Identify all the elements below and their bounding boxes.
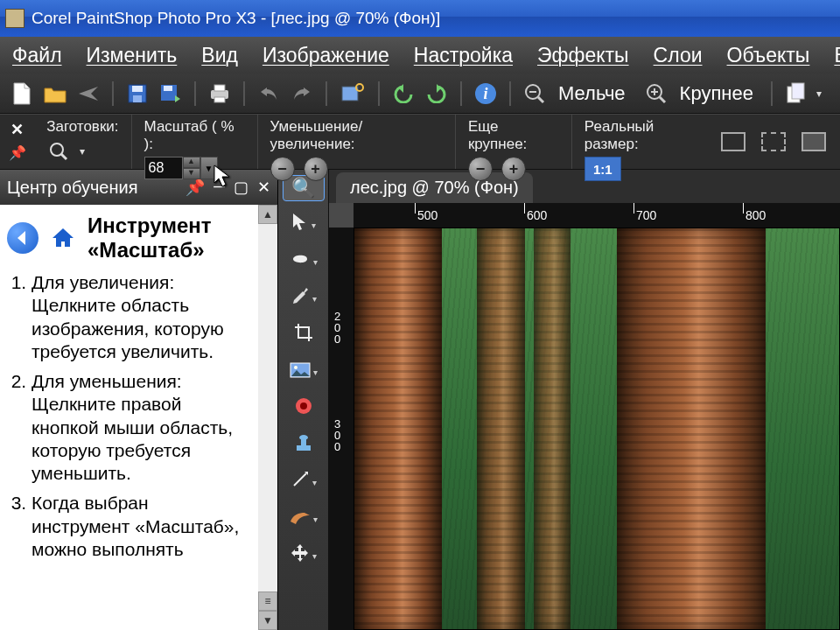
list-item: Когда выбран инструмент «Масштаб», можно…	[32, 492, 251, 561]
pointer-tool[interactable]: ▾	[283, 212, 325, 238]
clone-tool[interactable]	[283, 432, 325, 458]
separator	[326, 81, 327, 106]
svg-text:i: i	[483, 85, 487, 102]
move-tool[interactable]: ▾	[283, 542, 325, 569]
svg-point-29	[299, 435, 308, 440]
panel-pin-button[interactable]: 📌	[186, 178, 205, 197]
brush-tool[interactable]: ▾	[283, 506, 325, 532]
save-as-button[interactable]	[158, 80, 184, 107]
scroll-down-icon[interactable]: ▼	[258, 611, 277, 630]
undo-button[interactable]	[256, 80, 282, 107]
panel-title: Центр обучения	[7, 178, 138, 198]
presets-group: Заготовки: ▾	[34, 115, 131, 169]
svg-point-21	[51, 144, 63, 156]
scale-label: Масштаб ( % ):	[144, 118, 245, 153]
svg-rect-2	[133, 95, 142, 102]
zoom-out-button[interactable]	[522, 80, 548, 107]
presets-dropdown-icon[interactable]: ▾	[80, 145, 85, 158]
redo-button[interactable]	[289, 80, 315, 107]
menu-layers[interactable]: Слои	[654, 44, 703, 67]
menu-objects[interactable]: Объекты	[727, 44, 810, 67]
print-button[interactable]	[206, 80, 233, 107]
svg-line-16	[660, 97, 665, 102]
scale-group: Масштаб ( % ): ▲ ▼ ▼	[132, 115, 258, 169]
enhance-button[interactable]	[338, 80, 368, 107]
retouch-tool[interactable]: ▾	[283, 469, 325, 495]
instruction-list: Для увеличения: Щелкните область изображ…	[7, 271, 251, 561]
new-button[interactable]	[9, 80, 35, 107]
back-button[interactable]	[7, 222, 38, 254]
canvas-image[interactable]	[354, 228, 840, 630]
zoom-out-label[interactable]: Мельче	[558, 82, 626, 105]
zoom-group: Уменьшение/увеличение: − +	[258, 115, 456, 169]
zoom-out-small-button[interactable]: −	[270, 157, 295, 181]
scale-input[interactable]	[144, 157, 183, 179]
scroll-grip-icon[interactable]: ≡	[258, 592, 277, 611]
zoom-in-label[interactable]: Крупнее	[680, 82, 753, 105]
menu-effects[interactable]: Эффекты	[537, 44, 629, 67]
dropdown-icon[interactable]: ▾	[816, 88, 822, 100]
pin-options-button[interactable]: 📌	[9, 144, 26, 161]
scale-dropdown[interactable]: ▼	[200, 157, 218, 179]
list-item: Для увеличения: Щелкните область изображ…	[32, 271, 251, 363]
zoom-in-small-button[interactable]: +	[304, 157, 328, 181]
panel-scrollbar[interactable]: ▲ ≡ ▼	[258, 205, 277, 630]
home-button[interactable]	[47, 222, 79, 254]
svg-line-22	[61, 154, 66, 159]
save-button[interactable]	[124, 80, 150, 107]
actual-size-button[interactable]: 1:1	[584, 157, 621, 181]
menu-adjust[interactable]: Настройка	[414, 44, 513, 67]
redeye-tool[interactable]	[283, 396, 325, 422]
menu-bar: Файл Изменить Вид Изображение Настройка …	[0, 37, 840, 74]
panel-close-button[interactable]: ✕	[257, 178, 270, 197]
rotate-right-button[interactable]	[424, 80, 450, 107]
menu-file[interactable]: Файл	[12, 44, 62, 67]
svg-point-24	[294, 366, 298, 369]
dropper-icon	[290, 286, 310, 311]
menu-view[interactable]: Вид	[201, 44, 238, 67]
scroll-track[interactable]	[258, 224, 277, 592]
separator	[771, 81, 773, 106]
separator	[509, 81, 511, 106]
menu-image[interactable]: Изображение	[262, 44, 389, 67]
scroll-up-icon[interactable]: ▲	[258, 205, 277, 224]
svg-line-13	[538, 97, 543, 102]
selection-tool[interactable]: ▾	[283, 248, 325, 275]
info-button[interactable]: i	[472, 80, 499, 107]
crop-tool[interactable]	[283, 322, 325, 348]
send-button[interactable]	[75, 80, 102, 107]
rotate-left-button[interactable]	[390, 80, 416, 107]
fit-screen-icon[interactable]	[761, 132, 786, 151]
zoom-in-big-button[interactable]: +	[501, 157, 526, 181]
fit-window-icon[interactable]	[721, 132, 746, 151]
dropper-tool[interactable]: ▾	[283, 285, 325, 312]
menu-select[interactable]: Выделе	[834, 44, 840, 67]
open-button[interactable]	[42, 80, 68, 107]
separator	[460, 81, 462, 106]
zoom-out-big-button[interactable]: −	[468, 157, 493, 181]
options-bar: ✕ 📌 Заготовки: ▾ Масштаб ( % ): ▲ ▼ ▼ Ум…	[0, 114, 840, 170]
panel-minimize-button[interactable]: ─	[214, 178, 225, 197]
close-options-button[interactable]: ✕	[10, 120, 24, 139]
panel-maximize-button[interactable]: ▢	[234, 178, 248, 197]
svg-rect-6	[214, 85, 225, 91]
actual-size-label: Реальный размер:	[584, 118, 709, 153]
copy-button[interactable]	[783, 80, 809, 107]
ruler-vertical: 200 300	[329, 228, 354, 630]
separator	[112, 81, 114, 106]
app-icon	[5, 9, 24, 28]
scale-spin-up[interactable]: ▲	[183, 157, 200, 168]
separator	[378, 81, 380, 106]
actual-size-group: Реальный размер: 1:1	[572, 115, 721, 169]
wand-icon	[290, 470, 310, 494]
monitor-icon[interactable]	[802, 132, 826, 151]
svg-rect-4	[164, 86, 172, 91]
zoom-label: Уменьшение/увеличение:	[270, 118, 443, 153]
zoom-in-button[interactable]	[643, 80, 669, 107]
menu-edit[interactable]: Изменить	[87, 44, 178, 67]
image-tool[interactable]: ▾	[283, 359, 325, 385]
scale-spin-down[interactable]: ▼	[183, 168, 200, 179]
presets-icon[interactable]	[46, 139, 71, 164]
title-bar: Corel PaintShop Photo Pro X3 - [лес.jpg …	[0, 0, 840, 37]
image-content	[354, 228, 839, 629]
